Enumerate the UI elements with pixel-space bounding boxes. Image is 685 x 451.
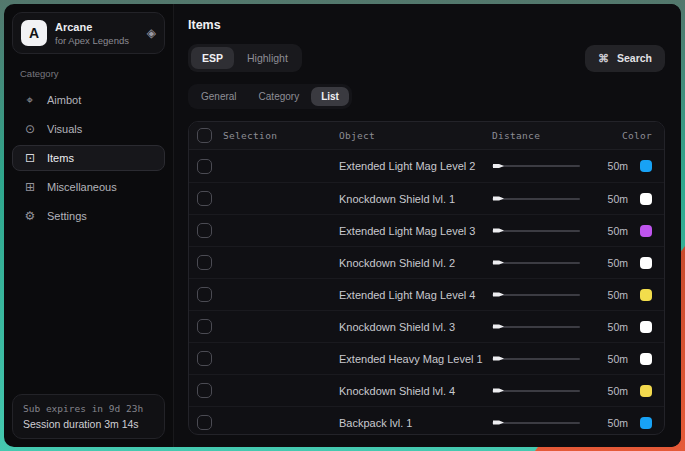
main-panel: Items ESPHighlight ⌘ Search GeneralCateg…	[174, 4, 681, 447]
sidebar: A Arcane for Apex Legends ◈ Category ⌖ A…	[4, 4, 174, 447]
table-header: Selection Object Distance Color	[189, 122, 664, 150]
table-row: Knockdown Shield lvl. 2 50m	[189, 246, 664, 278]
distance-cell	[492, 159, 588, 173]
sidebar-item-label: Miscellaneous	[47, 181, 117, 193]
table-row: Backpack lvl. 1 50m	[189, 406, 664, 435]
row-checkbox[interactable]	[197, 383, 212, 398]
page-title: Items	[188, 18, 665, 32]
row-checkbox[interactable]	[197, 159, 212, 174]
slider-thumb[interactable]	[493, 228, 504, 234]
sidebar-item[interactable]: ⊙ Visuals	[12, 116, 165, 142]
sidebar-item[interactable]: ⚙ Settings	[12, 203, 165, 229]
view-tab[interactable]: General	[191, 87, 247, 106]
slider-thumb[interactable]	[493, 196, 504, 202]
distance-slider[interactable]	[492, 352, 580, 366]
row-checkbox[interactable]	[197, 255, 212, 270]
sidebar-item[interactable]: ⌖ Aimbot	[12, 87, 165, 113]
sidebar-spacer	[12, 232, 165, 394]
color-swatch[interactable]	[640, 257, 652, 269]
color-cell	[640, 417, 652, 429]
sidebar-item-label: Visuals	[47, 123, 82, 135]
distance-slider[interactable]	[492, 384, 580, 398]
object-name: Knockdown Shield lvl. 2	[339, 257, 492, 269]
distance-value: 50m	[608, 193, 628, 205]
slider-thumb[interactable]	[493, 292, 504, 298]
row-checkbox[interactable]	[197, 351, 212, 366]
gear-icon: ⚙	[23, 209, 37, 223]
slider-thumb[interactable]	[493, 324, 504, 330]
distance-value: 50m	[608, 321, 628, 333]
table-row: Extended Light Mag Level 2 50m	[189, 150, 664, 182]
distance-slider[interactable]	[492, 192, 580, 206]
color-swatch[interactable]	[640, 353, 652, 365]
distance-slider[interactable]	[492, 159, 580, 173]
slider-thumb[interactable]	[493, 388, 504, 394]
table-row: Extended Light Mag Level 3 50m	[189, 214, 664, 246]
slider-track	[492, 294, 580, 296]
slider-track	[492, 262, 580, 264]
distance-cell	[492, 384, 588, 398]
select-all-checkbox[interactable]	[197, 128, 212, 143]
color-swatch[interactable]	[640, 193, 652, 205]
column-object: Object	[339, 130, 492, 141]
app-name: Arcane	[55, 21, 129, 33]
search-button[interactable]: ⌘ Search	[585, 45, 665, 72]
app-window: A Arcane for Apex Legends ◈ Category ⌖ A…	[4, 4, 681, 447]
object-name: Knockdown Shield lvl. 3	[339, 321, 492, 333]
row-checkbox[interactable]	[197, 191, 212, 206]
row-checkbox[interactable]	[197, 415, 212, 430]
object-name: Knockdown Shield lvl. 4	[339, 385, 492, 397]
color-cell	[640, 160, 652, 172]
sidebar-item[interactable]: ⊞ Miscellaneous	[12, 174, 165, 200]
distance-cell	[492, 352, 588, 366]
color-cell	[640, 321, 652, 333]
object-name: Extended Light Mag Level 3	[339, 225, 492, 237]
distance-slider[interactable]	[492, 320, 580, 334]
color-swatch[interactable]	[640, 385, 652, 397]
view-tabs: GeneralCategoryList	[188, 84, 352, 109]
color-swatch[interactable]	[640, 417, 652, 429]
color-cell	[640, 225, 652, 237]
mode-tab[interactable]: Highlight	[236, 47, 299, 69]
slider-track	[492, 198, 580, 200]
sidebar-item[interactable]: ⊡ Items	[12, 145, 165, 171]
object-name: Backpack lvl. 1	[339, 417, 492, 429]
distance-value: 50m	[608, 257, 628, 269]
row-checkbox[interactable]	[197, 287, 212, 302]
table-row: Knockdown Shield lvl. 4 50m	[189, 374, 664, 406]
color-swatch[interactable]	[640, 321, 652, 333]
sidebar-item-label: Settings	[47, 210, 87, 222]
object-name: Extended Heavy Mag Level 1	[339, 353, 492, 365]
app-logo: A	[21, 20, 47, 46]
distance-value: 50m	[608, 225, 628, 237]
slider-thumb[interactable]	[493, 420, 504, 426]
color-cell	[640, 289, 652, 301]
app-meta: Arcane for Apex Legends	[55, 21, 129, 46]
column-distance: Distance	[492, 130, 588, 141]
color-swatch[interactable]	[640, 160, 652, 172]
table-row: Knockdown Shield lvl. 3 50m	[189, 310, 664, 342]
color-swatch[interactable]	[640, 225, 652, 237]
distance-slider[interactable]	[492, 416, 580, 430]
distance-slider[interactable]	[492, 288, 580, 302]
mode-tab[interactable]: ESP	[191, 47, 234, 69]
pin-icon[interactable]: ◈	[147, 26, 156, 40]
slider-thumb[interactable]	[493, 356, 504, 362]
search-button-label: Search	[617, 52, 652, 64]
view-tab[interactable]: Category	[249, 87, 310, 106]
slider-track	[492, 358, 580, 360]
slider-thumb[interactable]	[493, 163, 504, 169]
view-tab[interactable]: List	[311, 87, 349, 106]
category-nav: ⌖ Aimbot ⊙ Visuals ⊡ Items ⊞ Miscellaneo…	[12, 87, 165, 232]
distance-slider[interactable]	[492, 256, 580, 270]
color-swatch[interactable]	[640, 289, 652, 301]
slider-thumb[interactable]	[493, 260, 504, 266]
app-subtitle: for Apex Legends	[55, 35, 129, 46]
object-name: Extended Light Mag Level 4	[339, 289, 492, 301]
distance-slider[interactable]	[492, 224, 580, 238]
row-checkbox[interactable]	[197, 223, 212, 238]
slider-track	[492, 422, 580, 424]
sidebar-item-label: Items	[47, 152, 74, 164]
row-checkbox[interactable]	[197, 319, 212, 334]
slider-track	[492, 165, 580, 167]
